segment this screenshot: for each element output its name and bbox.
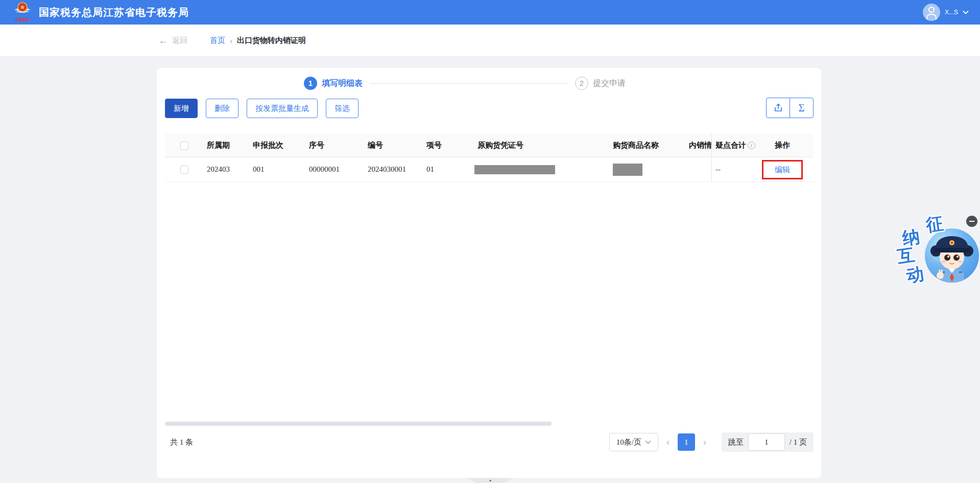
- chevron-down-icon[interactable]: [963, 10, 969, 14]
- tax-officer-illustration: [925, 228, 979, 283]
- add-button[interactable]: 新增: [165, 99, 198, 118]
- minimize-mascot-button[interactable]: [966, 216, 977, 227]
- fixed-column-divider: [711, 134, 712, 182]
- col-product: 购货商品名称: [605, 134, 686, 157]
- table-header-row: 所属期 申报批次 序号 编号 项号 原购货凭证号 购货商品名称 内销情 疑点合计…: [165, 134, 814, 157]
- redacted-voucher-block: [474, 165, 555, 174]
- step-indicator: 1 填写明细表 2 提交申请: [304, 77, 626, 90]
- tax-emblem-icon: [14, 2, 31, 18]
- col-serial: 序号: [301, 134, 360, 157]
- back-button[interactable]: ← 返回: [158, 36, 187, 45]
- export-button[interactable]: [766, 98, 790, 118]
- batch-generate-button[interactable]: 按发票批量生成: [247, 99, 318, 118]
- left-arrow-icon: ←: [158, 36, 168, 45]
- step-2-label: 提交申请: [593, 78, 626, 89]
- filter-button[interactable]: 筛选: [326, 99, 358, 118]
- annotation-highlight-box: 编辑: [762, 160, 803, 179]
- jump-label: 跳至: [728, 438, 744, 447]
- person-icon: [928, 7, 935, 13]
- step-1-label: 填写明细表: [322, 78, 363, 89]
- detail-table: 所属期 申报批次 序号 编号 项号 原购货凭证号 购货商品名称 内销情 疑点合计…: [165, 134, 814, 182]
- sigma-icon: Σ: [798, 102, 804, 114]
- mascot-text-char: 动: [905, 262, 925, 288]
- col-period: 所属期: [199, 134, 245, 157]
- next-page-button[interactable]: ›: [697, 436, 712, 448]
- export-icon: [773, 103, 783, 113]
- col-action: 操作: [769, 134, 814, 157]
- user-avatar[interactable]: [923, 4, 940, 21]
- app-title: 国家税务总局江苏省电子税务局: [39, 6, 189, 19]
- page-1-button[interactable]: 1: [678, 433, 695, 451]
- chevron-down-icon: ▼: [489, 479, 492, 482]
- pagination: 共 1 条 10条/页 ‹ 1 › 跳至 / 1 页: [165, 432, 814, 452]
- table-row: 202403 001 00000001 2024030001 01 -- 编辑: [165, 157, 814, 182]
- page-total: / 1 页: [790, 438, 807, 447]
- cell-number: 2024030001: [360, 157, 418, 181]
- user-menu[interactable]: X...S: [923, 4, 969, 21]
- col-number: 编号: [360, 134, 418, 157]
- mascot-widget[interactable]: 征 纳 互 动: [894, 211, 980, 295]
- select-all-checkbox[interactable]: [180, 142, 188, 150]
- col-item-no: 项号: [418, 134, 469, 157]
- breadcrumb: ← 返回 首页 › 出口货物转内销证明: [0, 25, 980, 56]
- info-icon[interactable]: i: [748, 142, 755, 149]
- summary-button[interactable]: Σ: [790, 98, 814, 118]
- cell-period: 202403: [199, 157, 245, 181]
- col-voucher: 原购货凭证号: [469, 134, 605, 157]
- tax-bureau-logo: 中国税务: [11, 2, 34, 25]
- col-batch: 申报批次: [245, 134, 301, 157]
- horizontal-scrollbar[interactable]: [165, 422, 814, 426]
- breadcrumb-home[interactable]: 首页: [210, 36, 225, 45]
- back-label: 返回: [172, 36, 187, 45]
- delete-button[interactable]: 删除: [206, 99, 238, 118]
- user-name: X...S: [945, 9, 958, 16]
- toolbar: 新增 删除 按发票批量生成 筛选: [165, 99, 358, 118]
- cell-serial: 00000001: [301, 157, 360, 181]
- step-1-circle: 1: [304, 77, 317, 90]
- step-connector: [370, 83, 568, 84]
- table-tools: Σ: [766, 98, 814, 118]
- redacted-product-block: [613, 164, 642, 176]
- edit-link[interactable]: 编辑: [775, 165, 790, 175]
- page-size-select[interactable]: 10条/页: [609, 433, 658, 451]
- total-count: 共 1 条: [170, 438, 193, 447]
- logo-caption: 中国税务: [15, 18, 30, 22]
- mascot-avatar[interactable]: [925, 228, 979, 283]
- app-header: 中国税务 国家税务总局江苏省电子税务局 X...S: [0, 0, 980, 25]
- col-doubt-total: 疑点合计 i: [711, 134, 769, 157]
- breadcrumb-current: 出口货物转内销证明: [237, 36, 306, 45]
- main-panel: 1 填写明细表 2 提交申请 新增 删除 按发票批量生成 筛选 Σ 所属期 申报…: [157, 68, 821, 478]
- col-domestic-sales: 内销情: [686, 134, 711, 157]
- jump-page-input[interactable]: [748, 433, 785, 451]
- cell-doubt-total: --: [711, 157, 769, 181]
- cell-batch: 001: [245, 157, 301, 181]
- jump-to-page: 跳至 / 1 页: [722, 432, 814, 452]
- breadcrumb-separator-icon: ›: [230, 36, 232, 45]
- mascot-text-char: 征: [924, 212, 945, 237]
- cell-item-no: 01: [418, 157, 469, 181]
- chevron-down-icon: [645, 440, 651, 444]
- prev-page-button[interactable]: ‹: [660, 436, 676, 448]
- collapse-panel-tab[interactable]: ▼: [467, 478, 513, 483]
- minus-icon: [969, 221, 974, 222]
- step-2-circle: 2: [575, 77, 588, 90]
- scrollbar-thumb[interactable]: [165, 422, 552, 426]
- cell-domestic-sales: [686, 157, 711, 181]
- row-checkbox[interactable]: [180, 166, 188, 174]
